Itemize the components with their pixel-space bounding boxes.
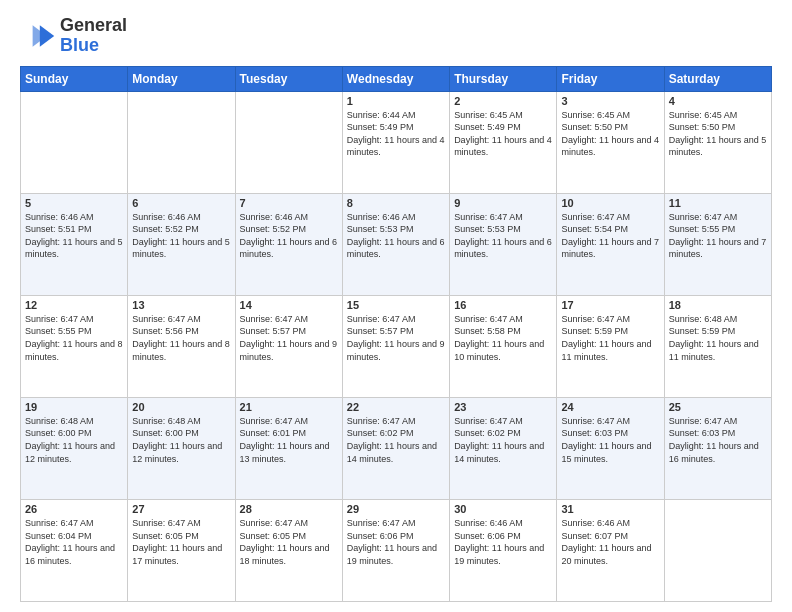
day-info: Sunrise: 6:47 AM Sunset: 6:02 PM Dayligh… [454,415,552,465]
day-number: 7 [240,197,338,209]
calendar-cell: 6Sunrise: 6:46 AM Sunset: 5:52 PM Daylig… [128,193,235,295]
day-number: 12 [25,299,123,311]
calendar-cell [235,91,342,193]
day-info: Sunrise: 6:47 AM Sunset: 5:56 PM Dayligh… [132,313,230,363]
day-info: Sunrise: 6:48 AM Sunset: 6:00 PM Dayligh… [132,415,230,465]
calendar-cell: 5Sunrise: 6:46 AM Sunset: 5:51 PM Daylig… [21,193,128,295]
day-info: Sunrise: 6:44 AM Sunset: 5:49 PM Dayligh… [347,109,445,159]
calendar-week-5: 26Sunrise: 6:47 AM Sunset: 6:04 PM Dayli… [21,499,772,601]
day-number: 29 [347,503,445,515]
logo-text: General Blue [60,16,127,56]
calendar-cell: 19Sunrise: 6:48 AM Sunset: 6:00 PM Dayli… [21,397,128,499]
col-friday: Friday [557,66,664,91]
col-thursday: Thursday [450,66,557,91]
day-info: Sunrise: 6:47 AM Sunset: 5:53 PM Dayligh… [454,211,552,261]
day-number: 10 [561,197,659,209]
day-number: 24 [561,401,659,413]
day-info: Sunrise: 6:46 AM Sunset: 6:06 PM Dayligh… [454,517,552,567]
day-info: Sunrise: 6:47 AM Sunset: 6:05 PM Dayligh… [132,517,230,567]
day-info: Sunrise: 6:47 AM Sunset: 5:57 PM Dayligh… [347,313,445,363]
col-monday: Monday [128,66,235,91]
day-number: 6 [132,197,230,209]
day-number: 16 [454,299,552,311]
calendar-cell: 11Sunrise: 6:47 AM Sunset: 5:55 PM Dayli… [664,193,771,295]
day-number: 18 [669,299,767,311]
day-info: Sunrise: 6:47 AM Sunset: 6:01 PM Dayligh… [240,415,338,465]
day-number: 3 [561,95,659,107]
logo: General Blue [20,16,127,56]
calendar-cell: 28Sunrise: 6:47 AM Sunset: 6:05 PM Dayli… [235,499,342,601]
day-number: 5 [25,197,123,209]
calendar-cell: 4Sunrise: 6:45 AM Sunset: 5:50 PM Daylig… [664,91,771,193]
header: General Blue [20,16,772,56]
day-number: 4 [669,95,767,107]
calendar-cell: 17Sunrise: 6:47 AM Sunset: 5:59 PM Dayli… [557,295,664,397]
col-sunday: Sunday [21,66,128,91]
day-info: Sunrise: 6:47 AM Sunset: 6:05 PM Dayligh… [240,517,338,567]
day-info: Sunrise: 6:48 AM Sunset: 5:59 PM Dayligh… [669,313,767,363]
calendar-cell: 25Sunrise: 6:47 AM Sunset: 6:03 PM Dayli… [664,397,771,499]
day-number: 17 [561,299,659,311]
calendar-week-1: 1Sunrise: 6:44 AM Sunset: 5:49 PM Daylig… [21,91,772,193]
logo-general: General [60,15,127,35]
day-info: Sunrise: 6:47 AM Sunset: 5:58 PM Dayligh… [454,313,552,363]
day-number: 30 [454,503,552,515]
col-tuesday: Tuesday [235,66,342,91]
day-number: 31 [561,503,659,515]
day-info: Sunrise: 6:46 AM Sunset: 5:52 PM Dayligh… [132,211,230,261]
day-number: 14 [240,299,338,311]
day-info: Sunrise: 6:48 AM Sunset: 6:00 PM Dayligh… [25,415,123,465]
day-info: Sunrise: 6:47 AM Sunset: 6:02 PM Dayligh… [347,415,445,465]
day-info: Sunrise: 6:46 AM Sunset: 5:52 PM Dayligh… [240,211,338,261]
day-info: Sunrise: 6:47 AM Sunset: 5:55 PM Dayligh… [25,313,123,363]
day-number: 13 [132,299,230,311]
page: General Blue Sunday Monday Tuesday Wedne… [0,0,792,612]
day-number: 20 [132,401,230,413]
calendar-cell: 21Sunrise: 6:47 AM Sunset: 6:01 PM Dayli… [235,397,342,499]
calendar-cell: 13Sunrise: 6:47 AM Sunset: 5:56 PM Dayli… [128,295,235,397]
day-info: Sunrise: 6:47 AM Sunset: 6:06 PM Dayligh… [347,517,445,567]
calendar-week-2: 5Sunrise: 6:46 AM Sunset: 5:51 PM Daylig… [21,193,772,295]
day-number: 22 [347,401,445,413]
calendar-cell: 22Sunrise: 6:47 AM Sunset: 6:02 PM Dayli… [342,397,449,499]
day-info: Sunrise: 6:47 AM Sunset: 6:03 PM Dayligh… [669,415,767,465]
calendar-cell: 15Sunrise: 6:47 AM Sunset: 5:57 PM Dayli… [342,295,449,397]
day-info: Sunrise: 6:46 AM Sunset: 5:51 PM Dayligh… [25,211,123,261]
day-info: Sunrise: 6:46 AM Sunset: 5:53 PM Dayligh… [347,211,445,261]
calendar-cell [21,91,128,193]
day-info: Sunrise: 6:47 AM Sunset: 5:54 PM Dayligh… [561,211,659,261]
col-wednesday: Wednesday [342,66,449,91]
calendar-cell [664,499,771,601]
col-saturday: Saturday [664,66,771,91]
logo-blue: Blue [60,35,99,55]
day-info: Sunrise: 6:47 AM Sunset: 5:57 PM Dayligh… [240,313,338,363]
calendar-cell: 14Sunrise: 6:47 AM Sunset: 5:57 PM Dayli… [235,295,342,397]
calendar-cell: 20Sunrise: 6:48 AM Sunset: 6:00 PM Dayli… [128,397,235,499]
day-number: 1 [347,95,445,107]
day-number: 11 [669,197,767,209]
day-number: 23 [454,401,552,413]
calendar-cell: 23Sunrise: 6:47 AM Sunset: 6:02 PM Dayli… [450,397,557,499]
calendar-cell: 30Sunrise: 6:46 AM Sunset: 6:06 PM Dayli… [450,499,557,601]
day-number: 15 [347,299,445,311]
calendar-cell: 26Sunrise: 6:47 AM Sunset: 6:04 PM Dayli… [21,499,128,601]
calendar-cell: 27Sunrise: 6:47 AM Sunset: 6:05 PM Dayli… [128,499,235,601]
calendar-cell [128,91,235,193]
day-number: 26 [25,503,123,515]
day-number: 8 [347,197,445,209]
calendar-week-4: 19Sunrise: 6:48 AM Sunset: 6:00 PM Dayli… [21,397,772,499]
day-info: Sunrise: 6:45 AM Sunset: 5:50 PM Dayligh… [669,109,767,159]
calendar-cell: 9Sunrise: 6:47 AM Sunset: 5:53 PM Daylig… [450,193,557,295]
day-number: 21 [240,401,338,413]
calendar-table: Sunday Monday Tuesday Wednesday Thursday… [20,66,772,602]
calendar-cell: 1Sunrise: 6:44 AM Sunset: 5:49 PM Daylig… [342,91,449,193]
calendar-cell: 12Sunrise: 6:47 AM Sunset: 5:55 PM Dayli… [21,295,128,397]
day-info: Sunrise: 6:47 AM Sunset: 6:03 PM Dayligh… [561,415,659,465]
weekday-header-row: Sunday Monday Tuesday Wednesday Thursday… [21,66,772,91]
day-info: Sunrise: 6:45 AM Sunset: 5:49 PM Dayligh… [454,109,552,159]
calendar-cell: 10Sunrise: 6:47 AM Sunset: 5:54 PM Dayli… [557,193,664,295]
day-info: Sunrise: 6:47 AM Sunset: 5:55 PM Dayligh… [669,211,767,261]
day-number: 25 [669,401,767,413]
calendar-cell: 31Sunrise: 6:46 AM Sunset: 6:07 PM Dayli… [557,499,664,601]
day-number: 27 [132,503,230,515]
